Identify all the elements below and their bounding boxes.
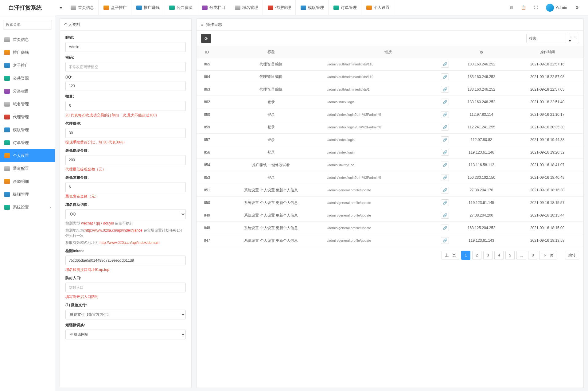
domain-switch-select[interactable]: QQ bbox=[65, 209, 186, 219]
sidebar-item[interactable]: 提现管理 bbox=[0, 188, 55, 201]
link-icon[interactable]: 🔗 bbox=[441, 73, 449, 80]
sidebar-toggle[interactable]: ≡ bbox=[55, 5, 66, 10]
token-input[interactable] bbox=[65, 256, 186, 265]
min-publish-label: 最低发布金额: bbox=[65, 175, 186, 180]
topnav-item[interactable]: 公共资源 bbox=[165, 0, 197, 15]
topnav-item[interactable]: 首页信息 bbox=[66, 0, 99, 15]
link-icon[interactable]: 🔗 bbox=[441, 162, 449, 168]
chevron-left-icon: ‹ bbox=[50, 205, 51, 209]
top-nav: 首页信息盒子推广推广赚钱公共资源分类栏目域名管理代理管理模版管理订单管理个人设置 bbox=[66, 0, 506, 15]
sidebar-item[interactable]: 推广赚钱 bbox=[0, 46, 55, 59]
link-icon[interactable]: 🔗 bbox=[441, 86, 449, 93]
min-withdraw-input[interactable] bbox=[65, 155, 186, 165]
discount-input[interactable] bbox=[65, 101, 186, 111]
sidebar-item[interactable]: 域名管理 bbox=[0, 98, 55, 111]
sidebar-item[interactable]: 公共资源 bbox=[0, 72, 55, 85]
shortlink-label: 短链接切换: bbox=[65, 323, 186, 328]
brand-title: 白泽打赏系统 bbox=[0, 4, 55, 11]
cell-title: 系统设置 个人设置 更新个人信息 bbox=[217, 222, 325, 234]
wxpay-select[interactable]: 微信支付【微官方内付】 bbox=[65, 310, 186, 319]
pager-page[interactable]: 4 bbox=[494, 251, 504, 260]
domain-hint3: 获取有效域名地址为:http://www.020a.cn/api/index/d… bbox=[65, 240, 186, 245]
topnav-item[interactable]: 模版管理 bbox=[296, 0, 329, 15]
column-header[interactable]: ID bbox=[197, 46, 217, 58]
table-row: 851系统设置 个人设置 更新个人信息/admin/general.profil… bbox=[197, 184, 583, 197]
admin-menu[interactable]: Admin bbox=[543, 4, 570, 12]
top-controls: 🗑 📋 ⛶ Admin ⚙ bbox=[506, 2, 588, 13]
menu-icon bbox=[4, 76, 10, 81]
admin-label: Admin bbox=[556, 5, 567, 10]
sidebar-item[interactable]: 模版管理 bbox=[0, 123, 55, 136]
pager-jump[interactable]: 跳转 bbox=[565, 251, 579, 260]
column-header[interactable]: 操作时间 bbox=[511, 46, 583, 58]
sidebar-item[interactable]: 首页信息 bbox=[0, 33, 55, 46]
link-icon[interactable]: 🔗 bbox=[441, 212, 449, 219]
sidebar-item[interactable]: 通道配置 bbox=[0, 162, 55, 175]
cell-ip: 112.241.241.255 bbox=[451, 121, 511, 134]
link-icon[interactable]: 🔗 bbox=[441, 199, 449, 206]
gear-icon[interactable]: ⚙ bbox=[572, 2, 582, 13]
cell-ip: 119.123.61.146 bbox=[451, 146, 511, 159]
password-input[interactable] bbox=[65, 62, 186, 72]
link-icon[interactable]: 🔗 bbox=[441, 237, 449, 244]
entry-label: 防封入口: bbox=[65, 276, 186, 281]
entry-input[interactable] bbox=[65, 283, 186, 292]
pager-page[interactable]: 1 bbox=[461, 251, 470, 260]
clipboard-icon[interactable]: 📋 bbox=[518, 2, 529, 13]
pager-page[interactable]: 2 bbox=[472, 251, 481, 260]
link-icon[interactable]: 🔗 bbox=[441, 149, 449, 156]
trash-icon[interactable]: 🗑 bbox=[506, 2, 516, 13]
link-icon[interactable]: 🔗 bbox=[441, 124, 449, 131]
link-icon[interactable]: 🔗 bbox=[441, 136, 449, 143]
link-icon[interactable]: 🔗 bbox=[441, 61, 449, 68]
shortlink-select[interactable]: 生成原网址 bbox=[65, 330, 186, 339]
columns-toggle[interactable]: ⋮⋮ ▾ bbox=[569, 34, 579, 43]
refresh-button[interactable]: ⟳ bbox=[201, 34, 211, 43]
column-header[interactable]: 链接 bbox=[325, 46, 451, 58]
cell-id: 851 bbox=[197, 184, 217, 197]
sidebar-item[interactable]: 盒子推广 bbox=[0, 59, 55, 72]
link-icon[interactable]: 🔗 bbox=[441, 174, 449, 181]
sidebar-item[interactable]: 余额明细 bbox=[0, 175, 55, 188]
pager-page[interactable]: ... bbox=[516, 251, 526, 260]
list-icon: ≡ bbox=[201, 22, 204, 27]
agent-rate-input[interactable] bbox=[65, 128, 186, 138]
sidebar-search-input[interactable] bbox=[3, 20, 52, 29]
topnav-item[interactable]: 盒子推广 bbox=[99, 0, 131, 15]
topnav-item[interactable]: 分类栏目 bbox=[198, 0, 230, 15]
cell-link: /admin/general.profile/update🔗 bbox=[325, 209, 451, 222]
sidebar-item[interactable]: 分类栏目 bbox=[0, 85, 55, 98]
pager-page[interactable]: 5 bbox=[505, 251, 515, 260]
link-icon[interactable]: 🔗 bbox=[441, 111, 449, 118]
menu-icon bbox=[4, 127, 10, 132]
pager-page[interactable]: 8 bbox=[528, 251, 537, 260]
link-icon[interactable]: 🔗 bbox=[441, 225, 449, 231]
cell-id: 860 bbox=[197, 108, 217, 121]
min-publish-input[interactable] bbox=[65, 182, 186, 192]
link-icon[interactable]: 🔗 bbox=[441, 99, 449, 105]
pager-next[interactable]: 下一页 bbox=[539, 251, 557, 260]
cell-time: 2021-09-16 19:44:38 bbox=[511, 134, 583, 146]
cell-link: /admin/general.profile/update🔗 bbox=[325, 234, 451, 247]
pager-page[interactable]: 3 bbox=[483, 251, 493, 260]
topnav-item[interactable]: 个人设置 bbox=[362, 0, 394, 15]
topnav-item[interactable]: 代理管理 bbox=[263, 0, 296, 15]
nickname-input[interactable] bbox=[65, 42, 186, 52]
entry-hint: 填写则开启入口防封 bbox=[65, 294, 186, 299]
topnav-item[interactable]: 订单管理 bbox=[329, 0, 361, 15]
link-icon[interactable]: 🔗 bbox=[441, 187, 449, 194]
pager-prev[interactable]: 上一页 bbox=[442, 251, 459, 260]
topnav-item[interactable]: 域名管理 bbox=[231, 0, 263, 15]
cell-title: 登录 bbox=[217, 134, 325, 146]
sidebar-item[interactable]: 个人设置 bbox=[0, 149, 55, 162]
table-search-input[interactable] bbox=[526, 34, 566, 43]
column-header[interactable]: 标题 bbox=[217, 46, 325, 58]
menu-icon bbox=[4, 63, 10, 68]
topnav-item[interactable]: 推广赚钱 bbox=[132, 0, 164, 15]
sidebar-item[interactable]: 系统设置‹ bbox=[0, 201, 55, 214]
sidebar-item[interactable]: 订单管理 bbox=[0, 136, 55, 149]
qq-input[interactable] bbox=[65, 81, 186, 91]
sidebar-item[interactable]: 代理管理 bbox=[0, 111, 55, 123]
fullscreen-icon[interactable]: ⛶ bbox=[531, 2, 541, 13]
column-header[interactable]: ip bbox=[451, 46, 511, 58]
